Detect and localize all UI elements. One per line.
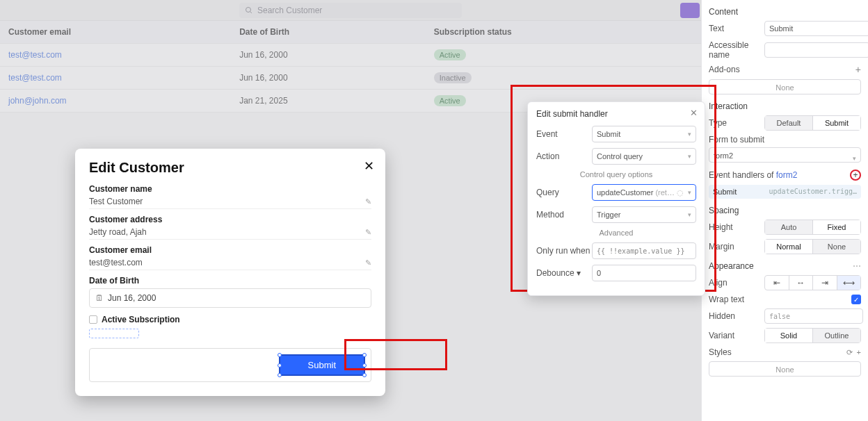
name-label: Customer name <box>89 184 371 194</box>
dob-input[interactable]: 🗓 Jun 16, 2000 <box>89 288 371 308</box>
type-label: Type <box>709 118 764 128</box>
advanced-divider: Advanced <box>536 229 696 237</box>
chevron-down-icon: ▾ <box>688 189 691 196</box>
name-value[interactable]: Test Customer <box>89 197 143 206</box>
chevron-down-icon: ▾ <box>688 211 691 218</box>
email-label: Customer email <box>89 245 371 255</box>
pencil-icon[interactable]: ✎ <box>365 197 371 206</box>
query-select[interactable]: updateCustomer (ret… ◌ ▾ <box>592 184 696 201</box>
align-left-icon: ⇤ <box>765 276 789 290</box>
popup-title: Edit submit handler <box>536 109 696 119</box>
inspector-panel: Content Text Accessible name Add-ons + N… <box>701 0 868 421</box>
wrap-text-checkbox[interactable]: ✓ <box>851 295 861 304</box>
variant-toggle[interactable]: SolidOutline <box>764 328 861 343</box>
hidden-input[interactable] <box>764 308 863 324</box>
height-label: Height <box>709 222 764 232</box>
hidden-label: Hidden <box>709 311 764 321</box>
active-subscription-checkbox[interactable] <box>89 315 97 324</box>
align-right-icon: ⇥ <box>812 276 837 290</box>
styles-refresh-icon[interactable]: ⟳ <box>846 348 853 357</box>
styles-none[interactable]: None <box>709 361 861 377</box>
styles-plus-icon[interactable]: + <box>857 348 861 357</box>
dropzone[interactable] <box>89 329 139 338</box>
chevron-down-icon: ▾ <box>688 131 691 138</box>
onlyrun-input[interactable]: {{ !!example.value }} <box>592 242 696 259</box>
debounce-input[interactable]: 0 <box>592 265 696 281</box>
variant-label: Variant <box>709 331 764 340</box>
action-label: Action <box>536 151 592 161</box>
pencil-icon[interactable]: ✎ <box>365 228 371 237</box>
modal-title: Edit Customer <box>89 160 371 176</box>
method-select[interactable]: Trigger▾ <box>592 206 696 223</box>
align-stretch-icon: ⟷ <box>837 276 861 290</box>
plus-icon[interactable]: + <box>855 64 861 75</box>
event-select[interactable]: Submit▾ <box>592 126 696 142</box>
dob-label: Date of Birth <box>89 276 371 286</box>
form-to-submit-label: Form to submit <box>709 135 861 145</box>
action-select[interactable]: Control query▾ <box>592 148 696 165</box>
text-input[interactable] <box>764 21 868 36</box>
spinner-icon: ◌ <box>677 188 684 197</box>
submit-button[interactable]: Submit <box>279 354 365 376</box>
options-divider: Control query options <box>536 170 696 179</box>
email-value[interactable]: test@test.com <box>89 258 143 267</box>
chevron-down-icon: ▾ <box>688 153 691 160</box>
chevron-down-icon: ▾ <box>853 151 856 166</box>
text-label: Text <box>709 24 764 33</box>
onlyrun-label: Only run when <box>536 246 592 256</box>
margin-toggle[interactable]: NormalNone <box>764 239 861 254</box>
appearance-section-header: Appearance⋯ <box>709 261 861 271</box>
close-icon[interactable]: ✕ <box>690 108 698 118</box>
calendar-icon: 🗓 <box>95 293 104 303</box>
close-icon[interactable]: ✕ <box>364 158 374 174</box>
method-label: Method <box>536 210 592 220</box>
addons-none[interactable]: None <box>709 79 861 94</box>
interaction-section-header: Interaction <box>709 101 861 111</box>
styles-label: Styles <box>709 347 764 357</box>
pencil-icon[interactable]: ✎ <box>365 258 371 267</box>
edit-handler-popup: Edit submit handler ✕ Event Submit▾ Acti… <box>527 101 705 296</box>
address-value[interactable]: Jetty road, Ajah <box>89 227 147 237</box>
align-label: Align <box>709 278 764 288</box>
align-center-icon: ↔ <box>789 276 813 290</box>
align-toggle[interactable]: ⇤ ↔ ⇥ ⟷ <box>764 275 861 290</box>
handler-row[interactable]: Submit updateCustomer.trigg… <box>709 185 861 199</box>
query-label: Query <box>536 188 592 197</box>
form-link[interactable]: form2 <box>776 170 798 180</box>
accessible-name-label: Accessible name <box>709 40 764 60</box>
debounce-label: Debounce ▾ <box>536 268 592 278</box>
address-label: Customer address <box>89 215 371 224</box>
add-handler-icon[interactable]: + <box>850 170 861 181</box>
wrap-text-label: Wrap text <box>709 295 764 304</box>
addons-label: Add-ons <box>709 65 764 74</box>
type-toggle[interactable]: DefaultSubmit <box>764 115 861 131</box>
form-to-submit-select[interactable]: form2 ▾ <box>709 147 861 163</box>
height-toggle[interactable]: AutoFixed <box>764 220 861 235</box>
margin-label: Margin <box>709 242 764 251</box>
chevron-down-icon[interactable]: ▾ <box>577 268 581 278</box>
ellipsis-icon[interactable]: ⋯ <box>853 261 861 271</box>
event-label: Event <box>536 129 592 139</box>
accessible-name-input[interactable] <box>764 42 868 58</box>
active-subscription-label: Active Subscription <box>102 315 180 324</box>
spacing-section-header: Spacing <box>709 206 861 215</box>
content-section-header: Content <box>709 7 861 17</box>
edit-customer-modal: Edit Customer ✕ Customer name Test Custo… <box>75 149 385 396</box>
